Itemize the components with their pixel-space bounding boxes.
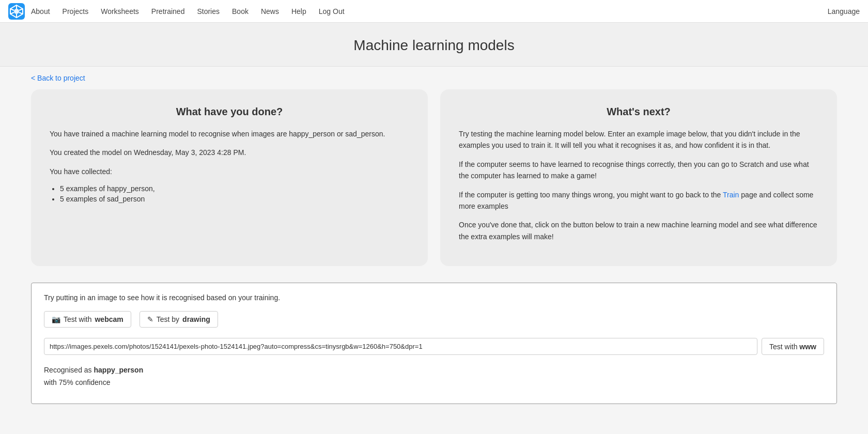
nav-book[interactable]: Book [232,7,249,16]
test-drawing-button[interactable]: ✎ Test by drawing [140,311,218,328]
nav-logout[interactable]: Log Out [319,7,345,16]
what-done-para1: You have trained a machine learning mode… [50,128,409,140]
test-section: Try putting in an image to see how it is… [31,283,837,404]
nav-news[interactable]: News [261,7,279,16]
whats-next-title: What's next? [459,106,818,118]
what-done-para2: You created the model on Wednesday, May … [50,147,409,158]
camera-icon: 📷 [52,315,60,323]
test-intro: Try putting in an image to see how it is… [44,293,824,302]
whats-next-para2: If the computer seems to have learned to… [459,159,818,182]
nav-worksheets[interactable]: Worksheets [101,7,139,16]
what-done-title: What have you done? [50,106,409,118]
navbar: About Projects Worksheets Pretrained Sto… [0,0,868,23]
para3-text-before: If the computer is getting too many thin… [459,191,723,199]
nav-links: About Projects Worksheets Pretrained Sto… [31,7,345,16]
nav-help[interactable]: Help [291,7,306,16]
language-selector[interactable]: Language [828,7,860,16]
nav-stories[interactable]: Stories [197,7,220,16]
train-link[interactable]: Train [723,191,739,199]
back-link-container: < Back to project [0,67,868,89]
nav-about[interactable]: About [31,7,50,16]
recognition-result: Recognised as happy_person with 75% conf… [44,364,824,389]
image-url-input[interactable] [44,338,757,355]
drawing-btn-prefix: Test by [157,315,179,323]
whats-next-para3: If the computer is getting too many thin… [459,189,818,212]
drawing-btn-bold: drawing [182,315,210,323]
webcam-btn-bold: webcam [95,315,123,323]
whats-next-para4: Once you've done that, click on the butt… [459,219,818,242]
svg-point-2 [14,9,19,14]
www-btn-bold: www [799,343,816,351]
url-row: Test with www [44,338,824,355]
page-title: Machine learning models [0,37,868,54]
what-done-card: What have you done? You have trained a m… [31,89,428,266]
result-line1: Recognised as happy_person [44,364,824,377]
page-header: Machine learning models [0,23,868,67]
whats-next-card: What's next? Try testing the machine lea… [440,89,837,266]
list-item: 5 examples of sad_person [60,195,409,203]
back-to-project-link[interactable]: < Back to project [31,74,85,82]
examples-list: 5 examples of happy_person, 5 examples o… [60,184,409,203]
result-line2: with 75% confidence [44,377,824,389]
what-done-collected: You have collected: [50,166,409,177]
cards-row: What have you done? You have trained a m… [0,89,868,278]
test-webcam-button[interactable]: 📷 Test with webcam [44,311,131,328]
result-label: happy_person [94,366,144,374]
app-logo[interactable] [8,3,25,20]
webcam-btn-prefix: Test with [64,315,91,323]
nav-projects[interactable]: Projects [63,7,89,16]
pencil-icon: ✎ [147,315,153,323]
list-item: 5 examples of happy_person, [60,184,409,193]
www-btn-prefix: Test with [769,343,799,351]
test-buttons: 📷 Test with webcam ✎ Test by drawing [44,311,824,328]
result-prefix: Recognised as [44,366,94,374]
whats-next-para1: Try testing the machine learning model b… [459,128,818,151]
test-www-button[interactable]: Test with www [762,338,824,355]
nav-pretrained[interactable]: Pretrained [151,7,185,16]
